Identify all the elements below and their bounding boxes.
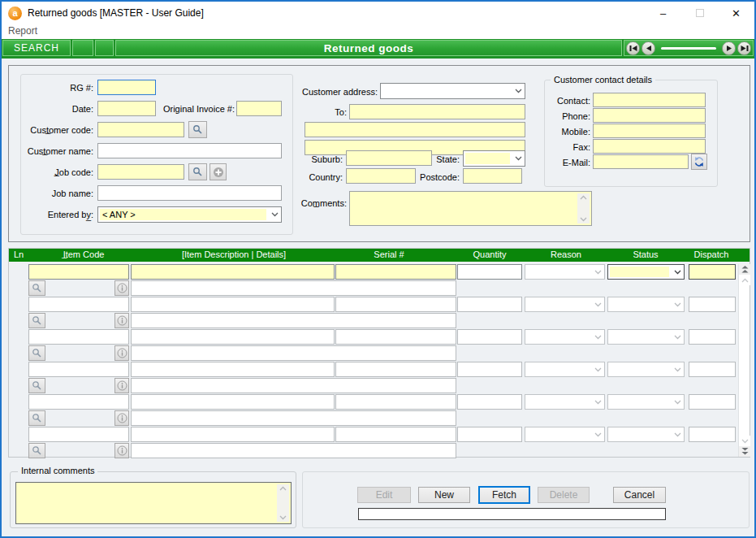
item-details-input[interactable] — [131, 313, 456, 328]
country-input[interactable] — [346, 168, 416, 184]
item-search-button[interactable] — [28, 410, 45, 426]
first-record-button[interactable] — [626, 41, 640, 55]
state-select[interactable] — [463, 150, 525, 167]
item-description-input[interactable] — [131, 394, 335, 410]
customer-name-input[interactable] — [97, 143, 282, 158]
item-info-button[interactable] — [114, 280, 129, 296]
status-select[interactable] — [607, 329, 685, 345]
suburb-input[interactable] — [346, 150, 432, 166]
item-code-input[interactable] — [28, 394, 129, 410]
serial-input[interactable] — [335, 427, 456, 442]
comments-textarea[interactable] — [349, 191, 592, 226]
menu-report[interactable]: Report — [8, 25, 37, 37]
quantity-input[interactable] — [457, 297, 522, 312]
contact-input[interactable] — [593, 93, 706, 107]
internal-comments-scrollbar[interactable] — [277, 484, 289, 522]
job-code-input[interactable] — [97, 164, 184, 180]
customer-address-select[interactable] — [380, 83, 525, 99]
job-add-button[interactable] — [210, 163, 227, 180]
item-search-button[interactable] — [28, 345, 45, 361]
cancel-button[interactable]: Cancel — [613, 487, 666, 503]
status-select[interactable] — [607, 264, 685, 280]
serial-input[interactable] — [335, 394, 456, 410]
job-name-input[interactable] — [97, 185, 282, 201]
address-to-input[interactable] — [349, 104, 525, 119]
item-info-button[interactable] — [114, 345, 129, 361]
entered-by-select[interactable]: < ANY > — [97, 206, 282, 223]
item-info-button[interactable] — [114, 378, 129, 393]
new-button[interactable]: New — [418, 487, 470, 503]
dispatch-input[interactable] — [689, 427, 736, 442]
search-button[interactable]: SEARCH — [2, 40, 71, 56]
reason-select[interactable] — [525, 394, 605, 410]
reason-select[interactable] — [525, 297, 605, 312]
item-details-input[interactable] — [131, 410, 456, 426]
last-record-button[interactable] — [737, 41, 751, 55]
quantity-input[interactable] — [457, 329, 522, 345]
item-search-button[interactable] — [28, 280, 45, 296]
item-info-button[interactable] — [114, 443, 129, 458]
email-send-button[interactable] — [691, 154, 707, 170]
previous-record-button[interactable] — [642, 41, 655, 55]
customer-code-input[interactable] — [97, 122, 184, 137]
item-code-input[interactable] — [28, 427, 129, 442]
rg-input[interactable] — [97, 80, 156, 95]
quantity-input[interactable] — [457, 264, 522, 280]
postcode-input[interactable] — [463, 168, 522, 184]
item-description-input[interactable] — [131, 362, 335, 377]
item-search-button[interactable] — [28, 313, 45, 328]
quantity-input[interactable] — [457, 427, 522, 442]
quantity-input[interactable] — [457, 394, 522, 410]
item-description-input[interactable] — [131, 264, 335, 280]
status-select[interactable] — [607, 427, 685, 442]
dispatch-input[interactable] — [689, 329, 736, 345]
serial-input[interactable] — [335, 329, 456, 345]
dispatch-input[interactable] — [689, 264, 736, 280]
item-description-input[interactable] — [131, 297, 335, 312]
reason-select[interactable] — [525, 427, 605, 442]
minimize-button[interactable]: – — [645, 2, 681, 24]
table-scrollbar[interactable] — [738, 264, 750, 457]
original-invoice-input[interactable] — [236, 101, 282, 116]
item-info-button[interactable] — [114, 313, 129, 328]
reason-select[interactable] — [525, 362, 605, 377]
item-code-input[interactable] — [28, 264, 129, 280]
item-search-button[interactable] — [28, 443, 45, 458]
address-line2-input[interactable] — [305, 122, 525, 137]
record-slider[interactable] — [661, 47, 716, 50]
item-code-input[interactable] — [28, 329, 129, 345]
internal-comments-textarea[interactable] — [15, 482, 292, 524]
quantity-input[interactable] — [457, 362, 522, 377]
next-record-button[interactable] — [722, 41, 736, 55]
reason-select[interactable] — [525, 329, 605, 345]
serial-input[interactable] — [335, 264, 456, 280]
dispatch-input[interactable] — [689, 297, 736, 312]
item-code-input[interactable] — [28, 297, 129, 312]
status-select[interactable] — [607, 297, 685, 312]
reason-select[interactable] — [525, 264, 605, 280]
item-search-button[interactable] — [28, 378, 45, 393]
status-select[interactable] — [607, 394, 685, 410]
email-input[interactable] — [593, 154, 689, 169]
item-description-input[interactable] — [131, 329, 335, 345]
item-details-input[interactable] — [131, 443, 456, 458]
item-description-input[interactable] — [131, 427, 335, 442]
phone-input[interactable] — [593, 108, 706, 123]
scroll-down-button[interactable] — [739, 436, 750, 446]
item-details-input[interactable] — [131, 280, 456, 296]
comments-scrollbar[interactable] — [577, 193, 590, 223]
dispatch-input[interactable] — [689, 394, 736, 410]
item-details-input[interactable] — [131, 378, 456, 393]
item-details-input[interactable] — [131, 345, 456, 361]
date-input[interactable] — [97, 101, 156, 116]
close-button[interactable]: ✕ — [718, 2, 754, 24]
scroll-up-button[interactable] — [739, 275, 750, 285]
customer-code-search-button[interactable] — [188, 121, 207, 138]
fetch-button[interactable]: Fetch — [478, 486, 530, 504]
scroll-page-down-button[interactable] — [739, 446, 750, 457]
mobile-input[interactable] — [593, 124, 706, 138]
item-info-button[interactable] — [114, 410, 129, 426]
fax-input[interactable] — [593, 139, 706, 154]
job-code-search-button[interactable] — [188, 163, 207, 180]
scroll-page-up-button[interactable] — [739, 264, 750, 275]
